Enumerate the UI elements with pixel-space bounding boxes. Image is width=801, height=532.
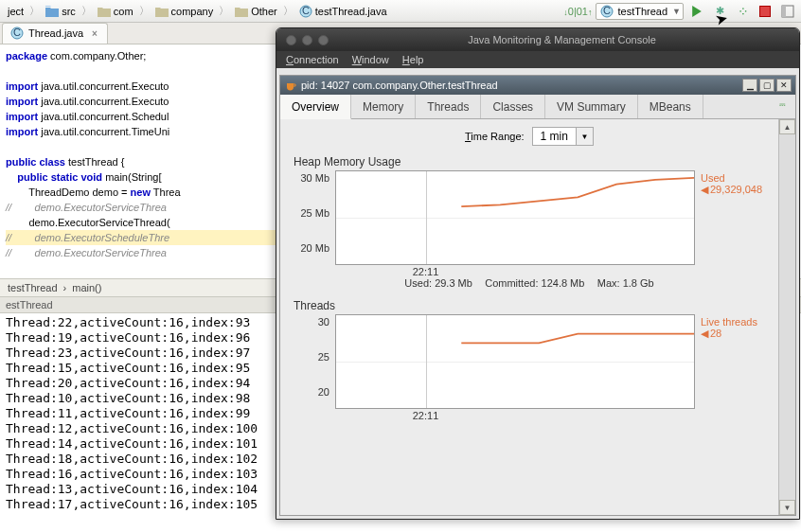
scrollbar[interactable]: ▲ ▼: [778, 119, 795, 515]
close-icon[interactable]: ×: [92, 28, 98, 39]
time-range-value: 1 min: [532, 127, 577, 146]
jconsole-titlebar[interactable]: Java Monitoring & Management Console: [276, 28, 799, 51]
scroll-up-icon[interactable]: ▲: [779, 119, 795, 134]
svg-text:C: C: [604, 5, 612, 16]
traffic-min-icon[interactable]: [302, 35, 312, 45]
layout-button[interactable]: [778, 2, 797, 21]
tab-classes[interactable]: Classes: [481, 95, 545, 118]
window-title: Java Monitoring & Management Console: [334, 34, 790, 45]
run-config-label: testThread: [617, 6, 668, 17]
editor-tab[interactable]: C Thread.java ×: [2, 23, 108, 44]
run-config-combo[interactable]: C testThread ▼: [596, 3, 684, 20]
chevron-down-icon[interactable]: ▼: [577, 127, 594, 146]
connection-status-icon: ⎓: [770, 95, 795, 118]
breadcrumb-file[interactable]: C testThread.java: [295, 4, 391, 19]
coverage-icon: ⁘: [738, 4, 747, 19]
heap-plot-area[interactable]: 22:11: [335, 170, 695, 265]
layout-icon: [781, 5, 794, 18]
folder-icon: [155, 6, 169, 17]
stop-icon: [759, 6, 771, 17]
heap-stats: Used: 29.3 Mb Committed: 124.8 Mb Max: 1…: [290, 276, 769, 290]
minimize-button[interactable]: ▁: [742, 79, 757, 92]
y-axis: 30 25 20: [290, 314, 335, 409]
tab-memory[interactable]: Memory: [351, 95, 416, 118]
breadcrumb-sep: 〉: [139, 4, 150, 18]
menu-window[interactable]: Window: [352, 54, 389, 65]
breadcrumb-sep: 〉: [219, 4, 229, 18]
breadcrumb-sep: 〉: [81, 4, 92, 18]
jconsole-inner-frame: pid: 14027 com.company.Other.testThread …: [279, 75, 796, 516]
close-button[interactable]: ✕: [776, 79, 792, 92]
method-name: main(): [72, 282, 101, 293]
breadcrumb-file-label: testThread.java: [315, 6, 387, 17]
scroll-down-icon[interactable]: ▼: [779, 500, 795, 515]
maximize-button[interactable]: ▢: [759, 79, 774, 92]
breadcrumb-root-label: ject: [8, 6, 24, 17]
coverage-button[interactable]: ⁘: [733, 2, 752, 21]
breadcrumb-com[interactable]: com: [94, 5, 137, 18]
breadcrumb-label: com: [114, 6, 134, 17]
y-axis: 30 Mb 25 Mb 20 Mb: [290, 170, 335, 265]
traffic-max-icon[interactable]: [318, 35, 329, 45]
heap-legend: Used ◀29,329,048: [695, 170, 769, 265]
threads-chart: Threads 30 25 20 22:11 Live threads ◀2: [290, 299, 769, 409]
breadcrumb-company[interactable]: company: [151, 5, 218, 18]
breadcrumb-label: Other: [251, 6, 277, 17]
tab-vm-summary[interactable]: VM Summary: [545, 95, 638, 118]
time-range-select[interactable]: 1 min ▼: [532, 127, 594, 146]
tab-threads[interactable]: Threads: [416, 95, 481, 118]
java-class-icon: C: [10, 27, 24, 40]
java-cup-icon: [284, 79, 297, 92]
svg-text:C: C: [13, 27, 21, 38]
scroll-track[interactable]: [779, 134, 795, 500]
breadcrumb-root[interactable]: ject: [4, 5, 27, 18]
jconsole-window[interactable]: Java Monitoring & Management Console Con…: [276, 27, 800, 520]
menu-connection[interactable]: Connection: [286, 54, 339, 65]
folder-icon: [98, 6, 111, 17]
chart-title: Threads: [294, 299, 769, 312]
method-sep: ›: [63, 282, 67, 293]
time-range-label: Time Range:: [465, 131, 525, 142]
threads-legend: Live threads ◀28: [695, 314, 769, 409]
x-tick: 22:11: [413, 266, 439, 277]
threads-plot-area[interactable]: 22:11: [335, 314, 695, 409]
jconsole-tabs: Overview Memory Threads Classes VM Summa…: [280, 95, 795, 119]
breadcrumb-label: src: [62, 6, 76, 17]
menu-help[interactable]: Help: [402, 54, 424, 65]
breadcrumb-src[interactable]: src: [42, 5, 80, 18]
x-tick: 22:11: [413, 410, 439, 421]
tab-overview[interactable]: Overview: [280, 95, 351, 119]
run-button[interactable]: [687, 2, 706, 21]
inner-titlebar[interactable]: pid: 14027 com.company.Other.testThread …: [280, 76, 795, 95]
breadcrumb-other[interactable]: Other: [231, 5, 281, 18]
chart-title: Heap Memory Usage: [294, 155, 769, 168]
editor-tab-label: Thread.java: [28, 27, 83, 39]
play-icon: [691, 6, 703, 17]
heap-chart: Heap Memory Usage 30 Mb 25 Mb 20 Mb 22:1…: [290, 155, 769, 265]
stop-button[interactable]: [756, 2, 774, 21]
java-class-icon: C: [600, 5, 614, 18]
folder-icon: [45, 6, 59, 17]
folder-icon: [235, 6, 248, 17]
jconsole-body: Time Range: 1 min ▼ Heap Memory Usage 30…: [280, 119, 778, 515]
method-class: testThread: [8, 282, 58, 293]
svg-text:C: C: [302, 5, 310, 16]
tab-mbeans[interactable]: MBeans: [638, 95, 703, 118]
breadcrumb-bar: ject 〉 src 〉 com 〉 company 〉 Other 〉 C t…: [0, 0, 801, 23]
breadcrumb-sep: 〉: [283, 4, 294, 18]
java-class-icon: C: [299, 5, 312, 18]
breadcrumb-sep: 〉: [29, 4, 40, 18]
svg-rect-5: [782, 6, 786, 17]
chevron-down-icon: ▼: [672, 7, 681, 16]
toolbar-right: ↓0|01↑ C testThread ▼ ✱ ⁘: [563, 2, 797, 21]
inner-title: pid: 14027 com.company.Other.testThread: [301, 80, 498, 91]
jconsole-menubar: Connection Window Help: [276, 51, 799, 68]
bug-icon: ✱: [716, 5, 724, 17]
debug-button[interactable]: ✱: [710, 2, 729, 21]
sync-badge: ↓0|01↑: [563, 6, 592, 17]
breadcrumb-label: company: [171, 6, 214, 17]
traffic-close-icon[interactable]: [286, 35, 296, 45]
